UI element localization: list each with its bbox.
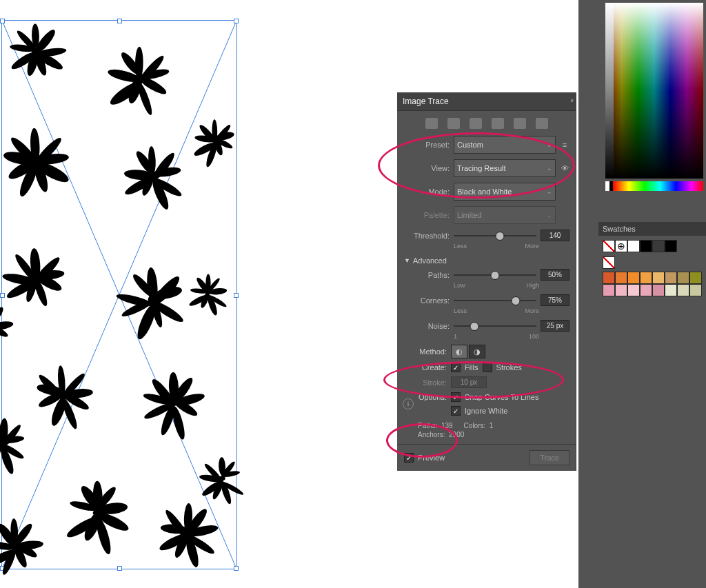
preset-row: Preset: Custom⌄ ≡ (397, 133, 576, 156)
swatch[interactable] (615, 284, 627, 296)
swatches-panel: Swatches ⊕ (598, 222, 706, 301)
preset-thumb[interactable] (536, 118, 548, 129)
noise-value[interactable]: 25 px (541, 320, 569, 332)
color-spectrum[interactable] (605, 3, 703, 179)
swatch[interactable] (615, 272, 627, 284)
handle-top-left[interactable] (0, 19, 5, 23)
preset-thumb[interactable] (492, 118, 504, 129)
swatch[interactable] (677, 272, 689, 284)
panel-title-text: Image Trace (403, 97, 449, 106)
palette-row: Palette: Limited⌄ (397, 203, 576, 227)
preview-label: Preview (418, 454, 445, 462)
image-trace-panel: Image Trace ›› Preset: Custom⌄ ≡ View: T… (397, 92, 576, 471)
stats-row-2: Anchors: 2900 (397, 431, 576, 444)
preset-menu-icon[interactable]: ≡ (560, 141, 569, 149)
threshold-label: Threshold: (404, 232, 450, 240)
stats-row: Paths: 139 Colors: 1 (397, 418, 576, 431)
view-eye-icon[interactable]: 👁 (560, 164, 569, 172)
preset-thumb[interactable] (425, 118, 438, 129)
strokes-checkbox[interactable] (483, 363, 492, 372)
stroke-value: 10 px (451, 376, 487, 388)
ignore-white-checkbox[interactable] (451, 406, 461, 416)
method-toggle: ◐ ◑ (451, 345, 485, 358)
preset-label: Preset: (404, 141, 450, 149)
panel-expand-icon[interactable]: ›› (570, 97, 572, 104)
swatch[interactable] (689, 272, 702, 284)
mode-label: Mode: (404, 187, 450, 196)
advanced-header[interactable]: ▼Advanced (397, 252, 576, 266)
handle-top-right[interactable] (234, 19, 239, 23)
swatch[interactable] (652, 240, 665, 252)
corners-slider[interactable] (454, 296, 536, 305)
noise-label: Noise: (404, 322, 450, 330)
swatch-none[interactable] (603, 256, 615, 269)
mode-row: Mode: Black and White⌄ (397, 180, 576, 203)
palette-dropdown: Limited⌄ (454, 206, 556, 224)
mode-dropdown[interactable]: Black and White⌄ (454, 183, 556, 201)
handle-bot-right[interactable] (234, 566, 239, 571)
swatch[interactable] (677, 284, 689, 296)
palette-label: Palette: (404, 211, 450, 219)
paths-value[interactable]: 50% (541, 269, 569, 281)
preset-thumb[interactable] (470, 118, 482, 129)
view-label: View: (404, 164, 450, 172)
hue-strip[interactable] (605, 181, 703, 191)
preset-thumb-row (397, 111, 576, 133)
threshold-slider[interactable] (454, 231, 536, 241)
swatch-registration[interactable]: ⊕ (615, 240, 627, 252)
method-abutting[interactable]: ◐ (451, 345, 467, 358)
method-overlapping[interactable]: ◑ (469, 345, 485, 358)
snap-checkbox[interactable] (451, 392, 461, 402)
swatches-grid: ⊕ (598, 236, 706, 301)
color-panel (605, 3, 703, 203)
paths-label: Paths: (404, 271, 450, 279)
threshold-value[interactable]: 140 (541, 230, 569, 241)
create-label: Create: (405, 363, 447, 372)
method-label: Method: (405, 347, 447, 356)
corners-value[interactable]: 75% (541, 294, 569, 306)
swatch[interactable] (665, 272, 677, 284)
handle-mid-right[interactable] (234, 293, 239, 298)
handle-bot-mid[interactable] (117, 566, 122, 571)
threshold-row: Threshold: 140 (397, 227, 576, 244)
swatch-none[interactable] (603, 240, 615, 252)
swatch[interactable] (652, 284, 665, 296)
preset-thumb[interactable] (447, 118, 460, 129)
noise-slider[interactable] (454, 321, 536, 331)
trace-button: Trace (530, 450, 569, 465)
swatch[interactable] (665, 240, 677, 252)
swatch[interactable] (627, 272, 640, 284)
swatch[interactable] (640, 272, 652, 284)
handle-mid-left[interactable] (0, 293, 5, 298)
disclosure-triangle-icon: ▼ (404, 257, 410, 264)
swatch[interactable] (603, 272, 615, 284)
swatches-title: Swatches (598, 222, 706, 236)
swatch[interactable] (627, 240, 640, 252)
corners-label: Corners: (404, 296, 450, 305)
preset-thumb[interactable] (514, 118, 526, 129)
canvas[interactable] (0, 3, 248, 579)
stroke-label: Stroke: (405, 378, 447, 387)
panel-title[interactable]: Image Trace ›› (397, 92, 576, 111)
preset-dropdown[interactable]: Custom⌄ (454, 136, 556, 154)
preview-checkbox[interactable] (404, 453, 414, 463)
swatch[interactable] (665, 284, 677, 296)
swatch[interactable] (689, 284, 702, 296)
info-icon: i (403, 398, 414, 409)
handle-top-mid[interactable] (117, 19, 122, 23)
view-row: View: Tracing Result⌄ 👁 (397, 156, 576, 180)
swatch[interactable] (640, 240, 652, 252)
paths-slider[interactable] (454, 270, 536, 280)
swatch[interactable] (652, 272, 665, 284)
swatch[interactable] (640, 284, 652, 296)
view-dropdown[interactable]: Tracing Result⌄ (454, 159, 556, 177)
panel-footer: Preview Trace (397, 444, 576, 471)
swatch[interactable] (603, 284, 615, 296)
swatch[interactable] (627, 284, 640, 296)
fills-checkbox[interactable] (451, 363, 461, 372)
